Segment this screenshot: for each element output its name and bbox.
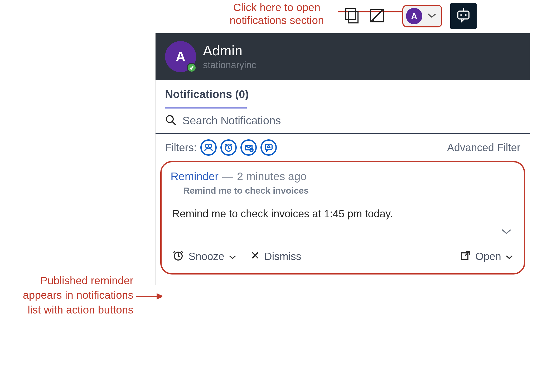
svg-point-14 bbox=[166, 116, 173, 122]
svg-point-17 bbox=[209, 144, 212, 148]
svg-rect-5 bbox=[349, 11, 358, 23]
svg-line-31 bbox=[178, 256, 180, 257]
alarm-clock-icon bbox=[172, 249, 184, 264]
snooze-label: Snooze bbox=[188, 251, 224, 262]
annotation-reminder-card: Published reminder appears in notificati… bbox=[7, 273, 133, 317]
notification-actions: Snooze Dismiss bbox=[171, 241, 515, 273]
chevron-down-icon bbox=[505, 251, 513, 262]
tab-notifications-label: Notifications (0) bbox=[165, 88, 249, 100]
annotation-left-arrow-icon bbox=[136, 292, 162, 301]
dismiss-button[interactable]: Dismiss bbox=[250, 250, 301, 263]
svg-point-12 bbox=[460, 14, 462, 16]
filter-people-icon[interactable] bbox=[200, 139, 217, 156]
copy-icon[interactable] bbox=[343, 7, 361, 26]
filter-clock-icon[interactable] bbox=[220, 139, 237, 156]
notification-time: 2 minutes ago bbox=[237, 170, 307, 183]
svg-line-33 bbox=[181, 251, 183, 253]
chevron-down-icon bbox=[427, 12, 437, 20]
assistant-button[interactable] bbox=[450, 3, 477, 29]
notification-body: Remind me to check invoices at 1:45 pm t… bbox=[172, 208, 515, 220]
svg-line-15 bbox=[172, 122, 176, 125]
filter-mail-alert-icon[interactable] bbox=[240, 139, 257, 156]
annotation-open-notifications-text: Click here to open notifications section bbox=[230, 1, 324, 26]
tabs: Notifications (0) bbox=[156, 80, 530, 109]
panel-header: A Admin stationaryinc bbox=[156, 33, 530, 80]
open-external-icon bbox=[460, 250, 471, 263]
chevron-down-icon bbox=[229, 251, 236, 262]
svg-point-10 bbox=[463, 8, 464, 9]
svg-line-32 bbox=[173, 251, 175, 253]
advanced-filter-link[interactable]: Advanced Filter bbox=[447, 142, 520, 154]
notifications-panel: A Admin stationaryinc Notifications (0) bbox=[156, 33, 530, 285]
avatar-small: A bbox=[406, 8, 422, 24]
dismiss-label: Dismiss bbox=[264, 251, 301, 262]
filter-row: Filters: Advanced Filter bbox=[156, 134, 530, 161]
search-input[interactable] bbox=[182, 114, 520, 127]
svg-line-7 bbox=[371, 9, 383, 22]
notification-separator: — bbox=[222, 170, 233, 183]
top-bar: A bbox=[330, 2, 542, 31]
user-org: stationaryinc bbox=[203, 60, 256, 71]
open-button[interactable]: Open bbox=[460, 250, 513, 263]
topbar-divider bbox=[394, 6, 394, 27]
svg-point-13 bbox=[465, 14, 467, 16]
avatar-initial: A bbox=[176, 49, 186, 65]
user-name: Admin bbox=[203, 43, 256, 58]
presence-online-icon bbox=[187, 63, 197, 73]
search-icon bbox=[165, 114, 177, 127]
expand-button[interactable] bbox=[171, 228, 515, 241]
snooze-button[interactable]: Snooze bbox=[172, 249, 236, 264]
annotation-open-notifications: Click here to open notifications section bbox=[216, 1, 337, 27]
avatar: A bbox=[165, 41, 196, 72]
svg-rect-11 bbox=[458, 11, 469, 19]
open-label: Open bbox=[475, 251, 501, 262]
draft-icon[interactable] bbox=[368, 7, 386, 26]
svg-line-20 bbox=[229, 148, 230, 149]
tab-notifications[interactable]: Notifications (0) bbox=[165, 88, 249, 105]
notification-card: Reminder — 2 minutes ago Remind me to ch… bbox=[160, 161, 525, 275]
filters-label: Filters: bbox=[165, 142, 197, 154]
annotation-reminder-card-text: Published reminder appears in notificati… bbox=[23, 275, 133, 316]
close-icon bbox=[250, 250, 260, 263]
avatar-small-initial: A bbox=[411, 11, 417, 21]
user-menu-button[interactable]: A bbox=[402, 5, 442, 27]
filter-chat-person-icon[interactable] bbox=[260, 139, 277, 156]
notification-subtitle: Remind me to check invoices bbox=[183, 185, 515, 196]
notification-type[interactable]: Reminder bbox=[171, 170, 219, 183]
svg-rect-4 bbox=[346, 8, 355, 20]
search-row bbox=[156, 109, 530, 134]
svg-marker-3 bbox=[157, 294, 162, 299]
